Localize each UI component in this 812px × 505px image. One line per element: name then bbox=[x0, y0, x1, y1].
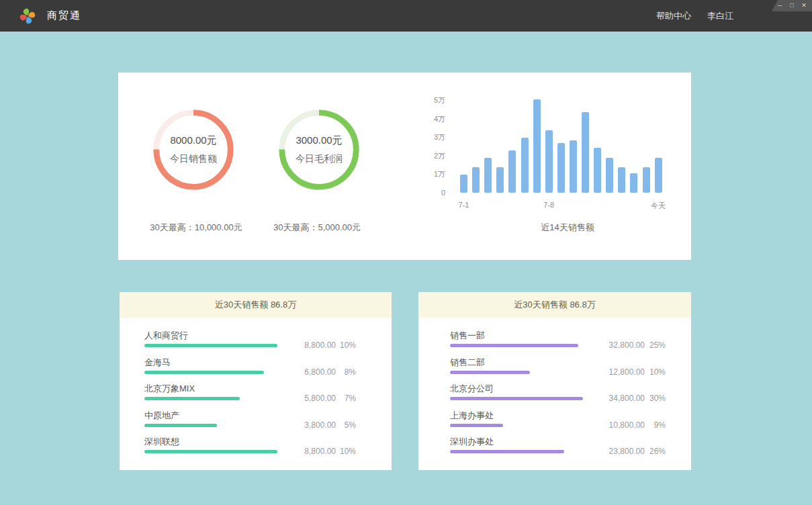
rank-row: 深圳联想8,800.0010% bbox=[144, 433, 392, 460]
rank-bar bbox=[450, 344, 578, 347]
rank-value: 8,800.00 bbox=[304, 447, 336, 456]
rank-bar bbox=[450, 397, 583, 400]
department-rank-card: 近30天销售额 86.8万 销售一部32,800.0025%销售二部12,800… bbox=[418, 292, 691, 470]
today-profit-value: 3000.00元 bbox=[296, 134, 342, 147]
rank-bar bbox=[144, 344, 277, 347]
ring-center-text: 8000.00元 今日销售额 bbox=[151, 107, 236, 192]
customer-rank-title: 近30天销售额 86.8万 bbox=[120, 292, 392, 318]
rank-percent: 8% bbox=[345, 367, 356, 377]
y-tick-label: 4万 bbox=[414, 115, 445, 124]
app-title: 商贸通 bbox=[47, 9, 81, 22]
y-tick-label: 5万 bbox=[414, 96, 445, 105]
maximize-icon[interactable]: □ bbox=[788, 3, 796, 9]
today-sales-label: 今日销售额 bbox=[170, 153, 217, 165]
today-profit-30day-max: 30天最高：5,000.00元 bbox=[250, 222, 384, 234]
y-tick-label: 2万 bbox=[414, 152, 445, 160]
rank-row-name: 人和商贸行 bbox=[144, 330, 188, 342]
trend-chart-title: 近14天销售额 bbox=[500, 222, 635, 234]
trend-bar bbox=[618, 167, 625, 193]
user-menu[interactable]: 李白江 bbox=[707, 10, 733, 22]
rank-percent: 26% bbox=[649, 447, 666, 456]
rank-percent: 5% bbox=[345, 420, 356, 430]
rank-percent: 10% bbox=[340, 447, 356, 456]
today-profit-ring-chart: 3000.00元 今日毛利润 bbox=[277, 107, 361, 192]
rank-row: 上海办事处10,800.009% bbox=[450, 407, 691, 434]
rank-value: 23,800.00 bbox=[609, 447, 645, 456]
rank-bar bbox=[144, 397, 240, 400]
close-icon[interactable]: ✕ bbox=[800, 3, 808, 9]
y-tick-label: 0 bbox=[414, 189, 445, 197]
help-center-link[interactable]: 帮助中心 bbox=[656, 10, 691, 22]
rank-row: 销售二部12,800.0010% bbox=[450, 354, 691, 381]
rank-value: 34,800.00 bbox=[609, 394, 645, 403]
rank-row: 金海马6,800.008% bbox=[144, 354, 392, 381]
rank-row-name: 销售一部 bbox=[450, 330, 485, 342]
today-sales-ring-chart: 8000.00元 今日销售额 bbox=[151, 107, 236, 192]
trend-bar bbox=[533, 99, 541, 193]
rank-row: 北京分公司34,800.0030% bbox=[450, 380, 691, 407]
rank-value: 6,800.00 bbox=[304, 367, 336, 377]
x-tick-label: 7-8 bbox=[543, 201, 554, 209]
rank-row-name: 北京万象MIX bbox=[144, 383, 195, 395]
kpi-card: 8000.00元 今日销售额 30天最高：10,000.00元 3000.00元… bbox=[118, 73, 691, 260]
rank-row-name: 销售二部 bbox=[450, 357, 485, 369]
logo-pinwheel-icon bbox=[19, 7, 36, 25]
titlebar-menu: 帮助中心 李白江 bbox=[656, 0, 733, 32]
rank-bar bbox=[450, 450, 564, 453]
today-sales-30day-max: 30天最高：10,000.00元 bbox=[129, 222, 263, 234]
rank-value: 8,800.00 bbox=[304, 340, 336, 350]
rank-percent: 25% bbox=[649, 340, 666, 350]
rank-percent: 7% bbox=[345, 394, 356, 403]
rank-row-name: 金海马 bbox=[144, 357, 171, 369]
minimize-icon[interactable]: ─ bbox=[776, 3, 784, 9]
rank-row: 人和商贸行8,800.0010% bbox=[144, 327, 392, 354]
trend-bar bbox=[484, 158, 492, 193]
rank-bar bbox=[144, 450, 277, 453]
y-tick-label: 3万 bbox=[414, 133, 445, 142]
titlebar: 商贸通 帮助中心 李白江 ─ □ ✕ bbox=[0, 0, 812, 32]
rank-value: 10,800.00 bbox=[609, 420, 645, 430]
trend-bar bbox=[521, 138, 529, 193]
brand-area: 商贸通 bbox=[19, 0, 81, 32]
rank-row-name: 中原地产 bbox=[144, 410, 179, 422]
today-profit-label: 今日毛利润 bbox=[296, 153, 343, 165]
rank-bar bbox=[144, 371, 264, 374]
department-rank-list: 销售一部32,800.0025%销售二部12,800.0010%北京分公司34,… bbox=[418, 318, 691, 460]
trend-bar bbox=[606, 158, 613, 193]
x-tick-label: 今天 bbox=[651, 201, 666, 211]
window-controls: ─ □ ✕ bbox=[772, 0, 812, 11]
trend-bar bbox=[655, 158, 662, 193]
rank-row: 深圳办事处23,800.0026% bbox=[450, 433, 691, 460]
rank-value: 12,800.00 bbox=[609, 367, 645, 377]
x-tick-label: 7-1 bbox=[459, 201, 469, 209]
rank-row: 销售一部32,800.0025% bbox=[450, 327, 691, 354]
rank-row: 北京万象MIX5,800.007% bbox=[144, 380, 392, 407]
rank-row-name: 深圳办事处 bbox=[450, 436, 494, 448]
rank-row: 中原地产3,800.005% bbox=[144, 407, 392, 434]
today-sales-value: 8000.00元 bbox=[170, 134, 216, 147]
rank-percent: 30% bbox=[649, 394, 666, 403]
ring-center-text: 3000.00元 今日毛利润 bbox=[277, 107, 361, 192]
rank-value: 32,800.00 bbox=[609, 340, 645, 350]
rank-percent: 9% bbox=[654, 420, 666, 430]
trend-bar bbox=[582, 112, 589, 193]
trend-bar bbox=[460, 175, 467, 193]
trend-bar bbox=[594, 148, 601, 193]
rank-percent: 10% bbox=[340, 340, 356, 350]
rank-row-name: 北京分公司 bbox=[450, 383, 494, 395]
rank-percent: 10% bbox=[649, 367, 666, 377]
customer-rank-list: 人和商贸行8,800.0010%金海马6,800.008%北京万象MIX5,80… bbox=[120, 318, 392, 460]
trend-bar bbox=[643, 167, 650, 193]
rank-value: 5,800.00 bbox=[304, 394, 336, 403]
rank-bar bbox=[450, 424, 503, 427]
y-tick-label: 1万 bbox=[414, 170, 445, 179]
trend-bar bbox=[557, 143, 565, 193]
department-rank-title: 近30天销售额 86.8万 bbox=[418, 292, 691, 318]
sales-trend-bar-chart: 01万2万3万4万5万7-17-8今天 bbox=[414, 91, 682, 219]
customer-rank-card: 近30天销售额 86.8万 人和商贸行8,800.0010%金海马6,800.0… bbox=[120, 292, 392, 470]
rank-bar bbox=[450, 371, 530, 374]
rank-row-name: 深圳联想 bbox=[144, 436, 179, 448]
trend-bar bbox=[570, 140, 577, 193]
trend-bar bbox=[496, 167, 504, 193]
trend-bar bbox=[630, 173, 637, 193]
